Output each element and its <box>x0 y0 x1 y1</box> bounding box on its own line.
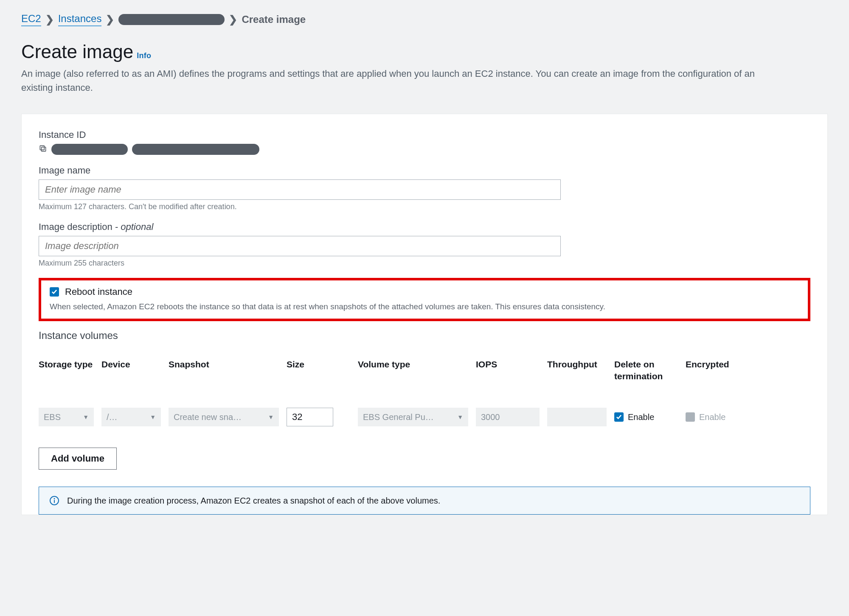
create-image-panel: Instance ID Image name Maximum 127 chara… <box>21 114 828 515</box>
encrypted-cell: Enable <box>686 408 749 426</box>
instance-id-value-redacted <box>51 144 259 155</box>
volume-type-select[interactable]: EBS General Pu…▼ <box>358 408 468 426</box>
size-cell <box>287 408 350 426</box>
col-volume-type: Volume type <box>358 358 468 370</box>
chevron-down-icon: ▼ <box>150 414 156 420</box>
iops-value: 3000 <box>476 408 540 426</box>
snapshot-select[interactable]: Create new sna…▼ <box>169 408 279 426</box>
svg-rect-4 <box>54 500 55 503</box>
instance-id-label: Instance ID <box>39 129 810 140</box>
col-iops: IOPS <box>476 358 540 370</box>
add-volume-button[interactable]: Add volume <box>39 448 117 470</box>
col-encrypted: Encrypted <box>686 358 749 370</box>
image-name-label: Image name <box>39 165 810 176</box>
col-throughput: Throughput <box>547 358 607 370</box>
chevron-right-icon: ❯ <box>45 14 54 25</box>
chevron-down-icon: ▼ <box>83 414 89 420</box>
storage-type-select[interactable]: EBS▼ <box>39 408 94 426</box>
encrypted-checkbox[interactable] <box>686 412 695 422</box>
size-input[interactable] <box>287 408 333 426</box>
reboot-instance-checkbox[interactable] <box>50 287 59 297</box>
col-delete-on-termination: Delete on termination <box>614 358 678 383</box>
svg-rect-0 <box>42 147 46 151</box>
svg-rect-1 <box>40 146 44 150</box>
breadcrumb-instances[interactable]: Instances <box>58 13 102 26</box>
breadcrumb-ec2[interactable]: EC2 <box>21 13 41 26</box>
col-device: Device <box>101 358 161 370</box>
col-size: Size <box>287 358 350 370</box>
device-select[interactable]: /…▼ <box>101 408 161 426</box>
image-description-label: Image description - optional <box>39 221 810 232</box>
throughput-value <box>547 408 607 426</box>
image-name-input[interactable] <box>39 179 561 200</box>
reboot-instance-highlight: Reboot instance When selected, Amazon EC… <box>39 278 810 321</box>
info-link[interactable]: Info <box>137 51 151 60</box>
delete-on-termination-cell: Enable <box>614 408 678 426</box>
info-banner: During the image creation process, Amazo… <box>39 487 810 515</box>
breadcrumb-current: Create image <box>242 14 306 25</box>
instance-volumes-title: Instance volumes <box>39 330 810 342</box>
volumes-table: Storage type Device Snapshot Size Volume… <box>39 358 810 427</box>
page-title: Create image <box>21 41 133 62</box>
breadcrumb-instance-id-redacted[interactable] <box>118 14 225 25</box>
chevron-down-icon: ▼ <box>457 414 463 420</box>
image-name-hint: Maximum 127 characters. Can't be modifie… <box>39 202 810 211</box>
info-banner-text: During the image creation process, Amazo… <box>67 496 440 506</box>
col-storage-type: Storage type <box>39 358 94 370</box>
delete-on-termination-checkbox[interactable] <box>614 412 624 422</box>
svg-point-3 <box>54 498 55 499</box>
page-description: An image (also referred to as an AMI) de… <box>21 67 785 95</box>
delete-on-termination-label: Enable <box>628 412 654 422</box>
reboot-instance-label: Reboot instance <box>65 286 132 297</box>
chevron-right-icon: ❯ <box>229 14 237 25</box>
reboot-instance-description: When selected, Amazon EC2 reboots the in… <box>50 301 799 313</box>
col-snapshot: Snapshot <box>169 358 279 370</box>
breadcrumb: EC2 ❯ Instances ❯ ❯ Create image <box>21 13 828 26</box>
encrypted-label: Enable <box>699 412 725 422</box>
info-icon <box>49 496 59 506</box>
chevron-right-icon: ❯ <box>106 14 114 25</box>
chevron-down-icon: ▼ <box>268 414 274 420</box>
image-description-input[interactable] <box>39 236 561 256</box>
image-description-hint: Maximum 255 characters <box>39 259 810 268</box>
copy-icon[interactable] <box>39 144 47 154</box>
